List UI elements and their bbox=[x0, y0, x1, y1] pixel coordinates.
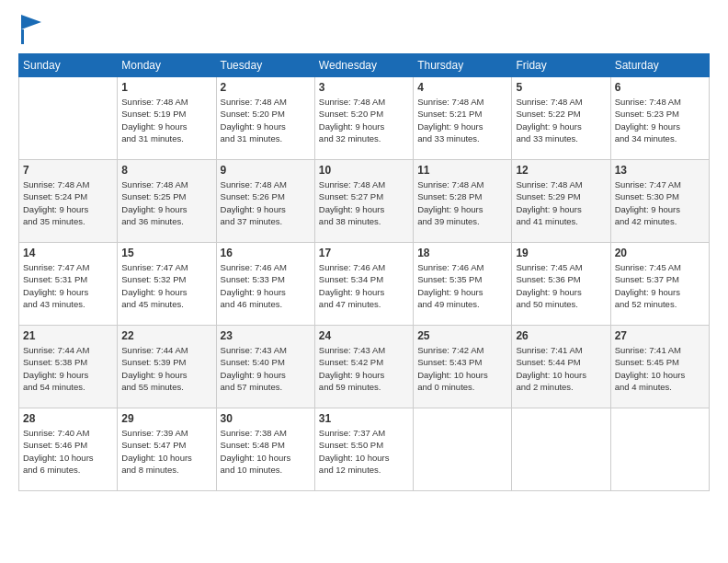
day-cell: 27Sunrise: 7:41 AMSunset: 5:45 PMDayligh… bbox=[610, 326, 709, 408]
day-cell: 21Sunrise: 7:44 AMSunset: 5:38 PMDayligh… bbox=[19, 326, 118, 408]
week-row-1: 1Sunrise: 7:48 AMSunset: 5:19 PMDaylight… bbox=[19, 77, 710, 160]
day-info: Sunrise: 7:42 AMSunset: 5:43 PMDaylight:… bbox=[417, 344, 507, 393]
day-cell: 28Sunrise: 7:40 AMSunset: 5:46 PMDayligh… bbox=[19, 408, 118, 491]
day-cell: 12Sunrise: 7:48 AMSunset: 5:29 PMDayligh… bbox=[512, 160, 610, 243]
weekday-header-thursday: Thursday bbox=[414, 54, 512, 77]
week-row-2: 7Sunrise: 7:48 AMSunset: 5:24 PMDaylight… bbox=[19, 160, 710, 243]
weekday-header-wednesday: Wednesday bbox=[314, 54, 413, 77]
logo bbox=[18, 15, 41, 44]
day-cell: 18Sunrise: 7:46 AMSunset: 5:35 PMDayligh… bbox=[414, 243, 512, 326]
day-number: 28 bbox=[23, 412, 113, 425]
weekday-header-tuesday: Tuesday bbox=[216, 54, 314, 77]
calendar-table: SundayMondayTuesdayWednesdayThursdayFrid… bbox=[18, 53, 710, 491]
day-number: 12 bbox=[516, 164, 606, 177]
day-cell: 29Sunrise: 7:39 AMSunset: 5:47 PMDayligh… bbox=[118, 408, 216, 491]
day-info: Sunrise: 7:39 AMSunset: 5:47 PMDaylight:… bbox=[121, 427, 211, 476]
day-number: 21 bbox=[23, 329, 113, 342]
day-number: 15 bbox=[121, 247, 211, 259]
logo-icon bbox=[21, 15, 41, 44]
day-cell: 17Sunrise: 7:46 AMSunset: 5:34 PMDayligh… bbox=[314, 243, 413, 326]
day-info: Sunrise: 7:46 AMSunset: 5:35 PMDaylight:… bbox=[417, 261, 507, 310]
day-number: 16 bbox=[221, 247, 311, 259]
svg-marker-0 bbox=[21, 15, 41, 29]
day-number: 25 bbox=[417, 329, 507, 342]
week-row-5: 28Sunrise: 7:40 AMSunset: 5:46 PMDayligh… bbox=[19, 408, 710, 491]
day-cell: 24Sunrise: 7:43 AMSunset: 5:42 PMDayligh… bbox=[314, 326, 413, 408]
day-cell: 4Sunrise: 7:48 AMSunset: 5:21 PMDaylight… bbox=[414, 77, 512, 160]
day-info: Sunrise: 7:48 AMSunset: 5:19 PMDaylight:… bbox=[121, 96, 211, 144]
day-info: Sunrise: 7:45 AMSunset: 5:37 PMDaylight:… bbox=[615, 261, 705, 310]
day-cell bbox=[19, 77, 118, 160]
day-info: Sunrise: 7:48 AMSunset: 5:24 PMDaylight:… bbox=[23, 178, 113, 227]
day-info: Sunrise: 7:41 AMSunset: 5:44 PMDaylight:… bbox=[516, 344, 606, 393]
day-info: Sunrise: 7:43 AMSunset: 5:40 PMDaylight:… bbox=[221, 344, 311, 393]
day-number: 3 bbox=[319, 81, 409, 94]
day-number: 2 bbox=[221, 81, 311, 94]
day-cell: 1Sunrise: 7:48 AMSunset: 5:19 PMDaylight… bbox=[118, 77, 216, 160]
day-info: Sunrise: 7:48 AMSunset: 5:22 PMDaylight:… bbox=[516, 96, 606, 144]
weekday-header-row: SundayMondayTuesdayWednesdayThursdayFrid… bbox=[19, 54, 710, 77]
svg-rect-1 bbox=[21, 29, 24, 44]
day-number: 8 bbox=[121, 164, 211, 177]
day-cell: 9Sunrise: 7:48 AMSunset: 5:26 PMDaylight… bbox=[216, 160, 314, 243]
day-number: 13 bbox=[615, 164, 705, 177]
day-number: 9 bbox=[221, 164, 311, 177]
day-info: Sunrise: 7:47 AMSunset: 5:31 PMDaylight:… bbox=[23, 261, 113, 310]
day-info: Sunrise: 7:44 AMSunset: 5:38 PMDaylight:… bbox=[23, 344, 113, 393]
day-number: 5 bbox=[516, 81, 606, 94]
day-info: Sunrise: 7:48 AMSunset: 5:26 PMDaylight:… bbox=[221, 178, 311, 227]
day-info: Sunrise: 7:40 AMSunset: 5:46 PMDaylight:… bbox=[23, 427, 113, 476]
day-cell: 16Sunrise: 7:46 AMSunset: 5:33 PMDayligh… bbox=[216, 243, 314, 326]
day-cell: 8Sunrise: 7:48 AMSunset: 5:25 PMDaylight… bbox=[118, 160, 216, 243]
day-number: 4 bbox=[417, 81, 507, 94]
day-cell: 3Sunrise: 7:48 AMSunset: 5:20 PMDaylight… bbox=[314, 77, 413, 160]
day-cell: 25Sunrise: 7:42 AMSunset: 5:43 PMDayligh… bbox=[414, 326, 512, 408]
day-cell: 20Sunrise: 7:45 AMSunset: 5:37 PMDayligh… bbox=[610, 243, 709, 326]
weekday-header-sunday: Sunday bbox=[19, 54, 118, 77]
day-info: Sunrise: 7:47 AMSunset: 5:30 PMDaylight:… bbox=[615, 178, 705, 227]
week-row-3: 14Sunrise: 7:47 AMSunset: 5:31 PMDayligh… bbox=[19, 243, 710, 326]
day-number: 29 bbox=[121, 412, 211, 425]
day-cell: 15Sunrise: 7:47 AMSunset: 5:32 PMDayligh… bbox=[118, 243, 216, 326]
day-number: 23 bbox=[221, 329, 311, 342]
day-cell: 13Sunrise: 7:47 AMSunset: 5:30 PMDayligh… bbox=[610, 160, 709, 243]
day-info: Sunrise: 7:48 AMSunset: 5:23 PMDaylight:… bbox=[615, 96, 705, 144]
day-number: 27 bbox=[615, 329, 705, 342]
day-number: 19 bbox=[516, 247, 606, 259]
day-cell: 31Sunrise: 7:37 AMSunset: 5:50 PMDayligh… bbox=[314, 408, 413, 491]
weekday-header-friday: Friday bbox=[512, 54, 610, 77]
day-number: 24 bbox=[319, 329, 409, 342]
day-cell: 26Sunrise: 7:41 AMSunset: 5:44 PMDayligh… bbox=[512, 326, 610, 408]
day-number: 26 bbox=[516, 329, 606, 342]
day-number: 1 bbox=[121, 81, 211, 94]
day-info: Sunrise: 7:43 AMSunset: 5:42 PMDaylight:… bbox=[319, 344, 409, 393]
day-cell: 7Sunrise: 7:48 AMSunset: 5:24 PMDaylight… bbox=[19, 160, 118, 243]
day-number: 18 bbox=[417, 247, 507, 259]
day-cell: 6Sunrise: 7:48 AMSunset: 5:23 PMDaylight… bbox=[610, 77, 709, 160]
day-number: 17 bbox=[319, 247, 409, 259]
day-info: Sunrise: 7:47 AMSunset: 5:32 PMDaylight:… bbox=[121, 261, 211, 310]
day-info: Sunrise: 7:46 AMSunset: 5:34 PMDaylight:… bbox=[319, 261, 409, 310]
day-number: 31 bbox=[319, 412, 409, 425]
day-info: Sunrise: 7:46 AMSunset: 5:33 PMDaylight:… bbox=[221, 261, 311, 310]
day-cell: 22Sunrise: 7:44 AMSunset: 5:39 PMDayligh… bbox=[118, 326, 216, 408]
day-cell: 19Sunrise: 7:45 AMSunset: 5:36 PMDayligh… bbox=[512, 243, 610, 326]
day-info: Sunrise: 7:37 AMSunset: 5:50 PMDaylight:… bbox=[319, 427, 409, 476]
weekday-header-saturday: Saturday bbox=[610, 54, 709, 77]
day-number: 6 bbox=[615, 81, 705, 94]
day-cell: 2Sunrise: 7:48 AMSunset: 5:20 PMDaylight… bbox=[216, 77, 314, 160]
day-info: Sunrise: 7:45 AMSunset: 5:36 PMDaylight:… bbox=[516, 261, 606, 310]
day-cell bbox=[414, 408, 512, 491]
day-cell: 5Sunrise: 7:48 AMSunset: 5:22 PMDaylight… bbox=[512, 77, 610, 160]
day-info: Sunrise: 7:48 AMSunset: 5:25 PMDaylight:… bbox=[121, 178, 211, 227]
day-info: Sunrise: 7:48 AMSunset: 5:20 PMDaylight:… bbox=[221, 96, 311, 144]
day-cell: 14Sunrise: 7:47 AMSunset: 5:31 PMDayligh… bbox=[19, 243, 118, 326]
day-number: 14 bbox=[23, 247, 113, 259]
day-info: Sunrise: 7:48 AMSunset: 5:20 PMDaylight:… bbox=[319, 96, 409, 144]
day-number: 11 bbox=[417, 164, 507, 177]
day-info: Sunrise: 7:38 AMSunset: 5:48 PMDaylight:… bbox=[221, 427, 311, 476]
day-info: Sunrise: 7:48 AMSunset: 5:29 PMDaylight:… bbox=[516, 178, 606, 227]
day-cell: 23Sunrise: 7:43 AMSunset: 5:40 PMDayligh… bbox=[216, 326, 314, 408]
header bbox=[18, 15, 710, 44]
day-info: Sunrise: 7:48 AMSunset: 5:28 PMDaylight:… bbox=[417, 178, 507, 227]
